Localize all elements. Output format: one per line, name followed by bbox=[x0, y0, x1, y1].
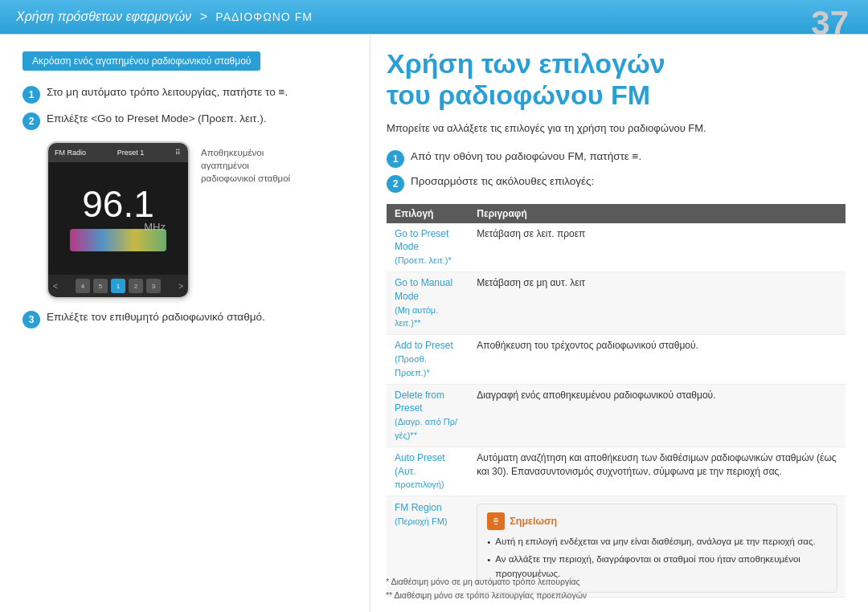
step-number-1: 1 bbox=[23, 86, 40, 104]
preset-5: 5 bbox=[93, 279, 108, 293]
right-step-text-1: Από την οθόνη του ραδιοφώνου FM, πατήστε… bbox=[411, 149, 641, 165]
frequency-display: 96.1 bbox=[82, 186, 154, 222]
footer-line-2: ** Διαθέσιμη μόνο σε τρόπο λειτουργίας π… bbox=[386, 589, 845, 602]
step-text-1: Στο μη αυτόματο τρόπο λειτουργίας, πατήσ… bbox=[47, 85, 288, 100]
phone-bottom-bar: < 4 5 1 2 3 > bbox=[48, 275, 188, 297]
left-step-3: 3 Επιλέξτε τον επιθυμητό ραδιοφωνικό στα… bbox=[23, 310, 347, 328]
right-title: Χρήση των επιλογών του ραδιοφώνου FM bbox=[387, 48, 845, 111]
options-table: Επιλογή Περιγραφή Go to Preset Mode(Προε… bbox=[387, 204, 845, 598]
desc-auto-preset: Αυτόματη αναζήτηση και αποθήκευση των δι… bbox=[469, 447, 845, 496]
table-row: Go to Manual Mode(Μη αυτόμ. λειτ.)** Μετ… bbox=[387, 272, 845, 335]
phone-app-label: FM Radio bbox=[55, 149, 86, 157]
left-steps: 1 Στο μη αυτόματο τρόπο λειτουργίας, πατ… bbox=[23, 85, 347, 130]
right-step-num-2: 2 bbox=[387, 175, 404, 193]
preset-dots: 4 5 1 2 3 bbox=[76, 279, 161, 293]
right-step-num-1: 1 bbox=[387, 150, 404, 168]
right-step-2: 2 Προσαρμόστε τις ακόλουθες επιλογές: bbox=[387, 174, 845, 193]
phone-body: 96.1 MHz bbox=[48, 162, 188, 275]
phone-caption: Αποθηκευμένοι αγαπημένοι ραδιοφωνικοί στ… bbox=[201, 141, 297, 185]
phone-mockup-container: FM Radio Preset 1 ⠿ 96.1 MHz < 4 5 1 2 bbox=[47, 141, 347, 299]
note-text: Αυτή η επιλογή ενδέχεται να μην είναι δι… bbox=[487, 535, 827, 581]
col-header-option: Επιλογή bbox=[387, 204, 469, 223]
phone-menu-dots: ⠿ bbox=[175, 149, 182, 157]
desc-go-manual: Μετάβαση σε μη αυτ. λειτ bbox=[469, 272, 845, 335]
breadcrumb: Χρήση πρόσθετων εφαρμογών > ΡΑΔΙΟΦΩΝΟ FM bbox=[16, 10, 313, 24]
table-row: Go to Preset Mode(Προεπ. λειτ.)* Μετάβασ… bbox=[387, 223, 845, 272]
option-go-preset[interactable]: Go to Preset Mode(Προεπ. λειτ.)* bbox=[395, 228, 452, 267]
color-blob bbox=[70, 229, 166, 251]
step-text-2: Επιλέξτε <Go to Preset Mode> (Προεπ. λει… bbox=[47, 112, 266, 127]
note-header: Σημείωση bbox=[487, 512, 827, 530]
svg-rect-1 bbox=[494, 524, 497, 524]
note-title: Σημείωση bbox=[510, 516, 557, 527]
left-column: Ακρόαση ενός αγαπημένου ραδιοφωνικού στα… bbox=[0, 34, 370, 612]
left-step-1: 1 Στο μη αυτόματο τρόπο λειτουργίας, πατ… bbox=[23, 85, 347, 104]
footer-notes: * Διαθέσιμη μόνο σε μη αυτόματο τρόπο λε… bbox=[386, 575, 845, 602]
right-steps: 1 Από την οθόνη του ραδιοφώνου FM, πατήσ… bbox=[387, 149, 845, 193]
step-text-3: Επιλέξτε τον επιθυμητό ραδιοφωνικό σταθμ… bbox=[47, 310, 265, 325]
option-delete-preset[interactable]: Delete from Preset(Διαγρ. από Πρ/γές)** bbox=[395, 390, 457, 441]
option-go-manual[interactable]: Go to Manual Mode(Μη αυτόμ. λειτ.)** bbox=[395, 277, 452, 328]
table-row: Delete from Preset(Διαγρ. από Πρ/γές)** … bbox=[387, 384, 845, 447]
top-bar: Χρήση πρόσθετων εφαρμογών > ΡΑΔΙΟΦΩΝΟ FM bbox=[0, 0, 868, 34]
table-row: Auto Preset (Αυτ.προεπιλογή) Αυτόματη αν… bbox=[387, 447, 845, 496]
section-badge: Ακρόαση ενός αγαπημένου ραδιοφωνικού στα… bbox=[23, 51, 260, 71]
left-step-3-list: 3 Επιλέξτε τον επιθυμητό ραδιοφωνικό στα… bbox=[23, 310, 347, 328]
desc-go-preset: Μετάβαση σε λειτ. προεπ bbox=[469, 223, 845, 272]
right-step-text-2: Προσαρμόστε τις ακόλουθες επιλογές: bbox=[411, 174, 594, 190]
nav-arrow-left: < bbox=[53, 282, 58, 291]
desc-delete-preset: Διαγραφή ενός αποθηκευμένου ραδιοφωνικού… bbox=[469, 384, 845, 447]
preset-2: 2 bbox=[129, 279, 143, 293]
right-column: Χρήση των επιλογών του ραδιοφώνου FM Μπο… bbox=[370, 34, 868, 612]
option-fm-region[interactable]: FM Region(Περιοχή FM) bbox=[395, 502, 448, 527]
note-bullet-1: Αυτή η επιλογή ενδέχεται να μην είναι δι… bbox=[487, 535, 827, 549]
step-number-2: 2 bbox=[23, 112, 40, 130]
nav-arrow-right: > bbox=[178, 282, 183, 291]
right-step-1: 1 Από την οθόνη του ραδιοφώνου FM, πατήσ… bbox=[387, 149, 845, 168]
option-auto-preset[interactable]: Auto Preset (Αυτ.προεπιλογή) bbox=[395, 452, 445, 491]
phone-preset-label: Preset 1 bbox=[117, 149, 145, 157]
footer-line-1: * Διαθέσιμη μόνο σε μη αυτόματο τρόπο λε… bbox=[386, 575, 845, 589]
col-header-desc: Περιγραφή bbox=[469, 204, 845, 223]
preset-1-active: 1 bbox=[111, 279, 125, 293]
phone-mockup: FM Radio Preset 1 ⠿ 96.1 MHz < 4 5 1 2 bbox=[47, 141, 190, 299]
option-add-preset[interactable]: Add to Preset(Προσθ. Προεπ.)* bbox=[395, 340, 453, 378]
left-step-2: 2 Επιλέξτε <Go to Preset Mode> (Προεπ. λ… bbox=[23, 112, 347, 130]
note-icon bbox=[487, 512, 505, 530]
main-content: Ακρόαση ενός αγαπημένου ραδιοφωνικού στα… bbox=[0, 34, 868, 612]
preset-3: 3 bbox=[146, 279, 161, 293]
table-row: Add to Preset(Προσθ. Προεπ.)* Αποθήκευση… bbox=[387, 335, 845, 384]
phone-top-bar: FM Radio Preset 1 ⠿ bbox=[48, 143, 188, 162]
step-number-3: 3 bbox=[23, 311, 40, 328]
right-subtitle: Μπορείτε να αλλάξετε τις επιλογές για τη… bbox=[387, 120, 845, 137]
preset-4: 4 bbox=[76, 279, 90, 293]
desc-add-preset: Αποθήκευση του τρέχοντος ραδιοφωνικού στ… bbox=[469, 335, 845, 384]
